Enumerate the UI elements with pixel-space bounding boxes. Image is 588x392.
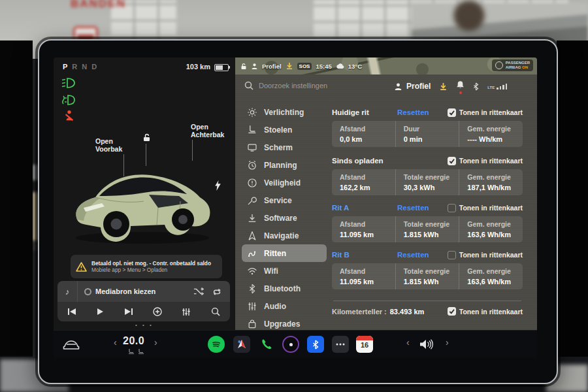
reset-trip-button[interactable]: Resetten (397, 251, 448, 259)
unlock-icon[interactable] (142, 133, 151, 142)
shopping-bag-icon (247, 319, 257, 329)
battery-icon[interactable] (214, 64, 229, 71)
lock-icon[interactable] (240, 63, 247, 70)
battery-range: 103 km (176, 63, 210, 71)
audio-sliders-icon (247, 301, 257, 312)
right-pillar (557, 41, 588, 392)
seat-heater-icons[interactable] (128, 348, 144, 354)
sidebar-item-planning[interactable]: Planning (242, 156, 327, 174)
search-media-button[interactable] (211, 307, 220, 316)
charge-port-icon[interactable] (214, 180, 221, 191)
cabin-temperature[interactable]: 20.0 (123, 335, 144, 347)
speaker-icon[interactable] (419, 338, 434, 350)
phone-app-icon[interactable] (258, 336, 275, 353)
vehicle-render[interactable] (65, 154, 218, 250)
volume-up-button[interactable]: › (446, 337, 449, 348)
fog-light-icon (61, 94, 76, 106)
passenger-airbag-indicator: PASSENGER AIRBAG ON (492, 59, 533, 71)
search-icon[interactable] (244, 81, 253, 90)
gear-r[interactable]: R (72, 63, 77, 71)
left-pillar (0, 41, 33, 392)
gear-d[interactable]: D (91, 63, 97, 71)
sidebar-item-label: Software (264, 214, 297, 223)
checkbox[interactable] (448, 157, 456, 165)
checkbox[interactable] (448, 251, 456, 259)
sidebar-item-wifi[interactable]: Wifi (242, 262, 327, 280)
trip-stats-table: Afstand11.095 km Totale energie1.815 kWh… (332, 216, 523, 242)
sidebar-item-stoelen[interactable]: Stoelen (242, 121, 327, 139)
display-icon (247, 142, 257, 153)
show-in-trip-map-toggle[interactable]: Tonen in rittenkaart (448, 108, 523, 117)
scene: BANDEN PRND 103 km (0, 0, 588, 392)
background-trees (451, 0, 497, 39)
sidebar-item-service[interactable]: Service (242, 191, 327, 209)
maps-app-icon[interactable] (233, 336, 250, 353)
sidebar-item-veiligheid[interactable]: Veiligheid (242, 174, 327, 191)
sidebar-item-verlichting[interactable]: Verlichting (242, 103, 327, 121)
reset-trip-button[interactable]: Resetten (397, 108, 448, 116)
next-track-button[interactable] (124, 308, 133, 316)
previous-track-button[interactable] (67, 308, 76, 316)
frunk-label[interactable]: OpenVoorbak (95, 137, 122, 153)
storefront-text: BANDEN (71, 0, 126, 10)
gear-p[interactable]: P (63, 63, 67, 71)
checkbox[interactable] (448, 204, 456, 212)
more-apps-icon[interactable] (332, 336, 349, 353)
alert-circle-icon (247, 178, 257, 188)
airbag-state: ON (522, 65, 528, 69)
add-button[interactable] (153, 307, 162, 316)
sidebar-item-label: Veiligheid (264, 178, 301, 188)
gear-n[interactable]: N (82, 63, 87, 71)
sidebar-item-ritten[interactable]: Ritten (242, 244, 327, 262)
statusbar-profile[interactable]: Profiel (262, 63, 282, 70)
seatbelt-warning-icon (62, 110, 76, 122)
volume-down-button[interactable]: ‹ (406, 337, 410, 348)
dashcam-app-icon[interactable] (282, 336, 299, 353)
sidebar-item-bluetooth[interactable]: Bluetooth (242, 280, 327, 297)
gear-indicator[interactable]: PRND (63, 63, 101, 71)
show-in-trip-map-toggle[interactable]: Tonen in rittenkaart (448, 157, 523, 165)
temp-down-button[interactable]: ‹ (114, 337, 117, 348)
show-in-trip-map-toggle[interactable]: Tonen in rittenkaart (448, 204, 523, 212)
warning-subtext: Mobiele app > Menu > Opladen (91, 267, 211, 273)
trip-panel-huidige-rit: Huidige rit Resetten Tonen in rittenkaar… (332, 107, 523, 147)
sidebar-item-scherm[interactable]: Scherm (242, 139, 327, 156)
shuffle-icon[interactable] (193, 287, 204, 296)
repeat-icon[interactable] (212, 287, 222, 296)
car-controls-icon[interactable] (63, 338, 80, 351)
bluetooth-app-icon[interactable] (307, 336, 324, 353)
sidebar-item-label: Verlichting (264, 108, 304, 117)
media-source-button[interactable]: Mediabron kiezen (95, 287, 193, 295)
trip-stats-table: Afstand0,0 km Duur0 min Gem. energie----… (332, 121, 523, 147)
brightness-icon (247, 107, 257, 118)
search-settings-input[interactable]: Doorzoek instellingen (259, 82, 327, 90)
sidebar-item-audio[interactable]: Audio (242, 297, 327, 315)
spotify-app-icon[interactable] (208, 336, 225, 353)
sidebar-item-label: Navigatie (264, 231, 299, 240)
map-strip[interactable]: Profiel SOS 15:45 13°C PASSENGER AIRBAG … (235, 57, 537, 74)
wifi-icon (247, 266, 257, 276)
navigation-icon (247, 231, 257, 241)
odometer-row: Kilometerteller : 83.493 km Tonen in rit… (332, 307, 523, 316)
checkbox[interactable] (448, 307, 456, 316)
charging-warning[interactable]: Betaald opl. niet mog. - Contr. onbetaal… (71, 255, 222, 278)
temp-up-button[interactable]: › (154, 337, 157, 348)
trip-panel-rit-b: Rit B Resetten Tonen in rittenkaart Afst… (332, 250, 523, 289)
calendar-app-icon[interactable]: 16 (356, 336, 373, 353)
low-beam-icon (61, 77, 76, 89)
checkbox[interactable] (448, 108, 456, 117)
sidebar-item-label: Planning (264, 161, 297, 170)
reset-trip-button[interactable]: Resetten (397, 204, 448, 212)
show-in-trip-map-toggle[interactable]: Tonen in rittenkaart (448, 307, 523, 316)
trip-title: Huidige rit (332, 108, 397, 116)
sidebar-item-software[interactable]: Software (242, 209, 327, 227)
update-download-icon[interactable] (286, 62, 293, 70)
drag-handle[interactable]: • • • (54, 322, 235, 328)
show-in-trip-map-toggle[interactable]: Tonen in rittenkaart (448, 251, 523, 259)
seat-heater-right-icon (138, 348, 144, 354)
trip-title: Rit B (332, 251, 397, 259)
trunk-label[interactable]: OpenAchterbak (191, 123, 224, 139)
play-button[interactable] (96, 308, 104, 316)
equalizer-button[interactable] (182, 308, 191, 316)
sidebar-item-navigatie[interactable]: Navigatie (242, 227, 327, 244)
